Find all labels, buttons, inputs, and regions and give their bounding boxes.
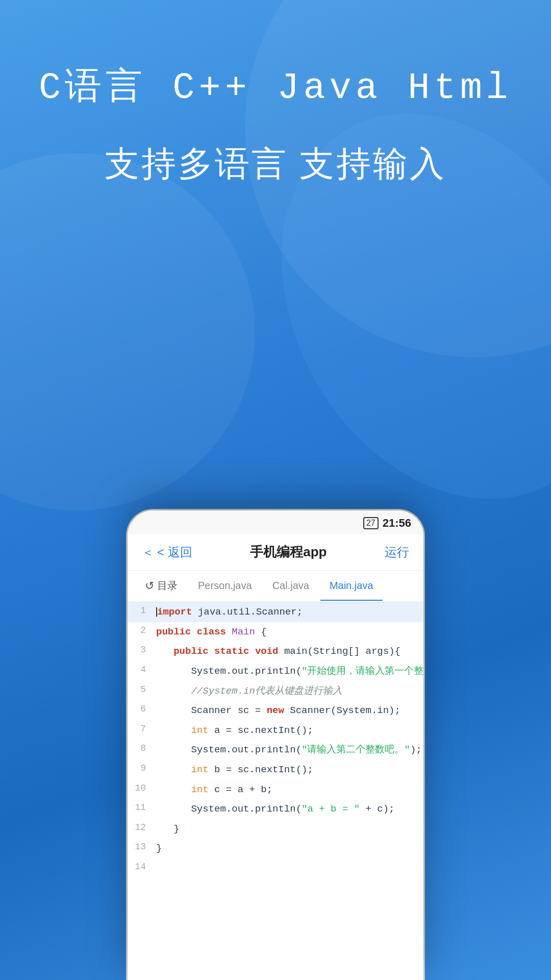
tab-directory-label: 目录 (157, 579, 178, 593)
code-line-2: 2 public class Main { (128, 622, 423, 642)
code-line-8: 8 System.out.println("请输入第二个整数吧。"); (128, 740, 423, 760)
phone-mockup: 27 21:56 ＜ < 返回 手机编程app 运行 ↺ 目录 Person.j… (128, 510, 423, 980)
code-line-6: 6 Scanner sc = new Scanner(System.in); (128, 701, 423, 721)
code-line-12: 12 } (128, 819, 423, 839)
page-title: 手机编程app (250, 543, 327, 561)
code-line-13: 13 } (128, 839, 423, 859)
subtitle: 支持多语言 支持输入 (0, 141, 551, 187)
refresh-icon: ↺ (145, 579, 154, 593)
status-time: 21:56 (383, 517, 411, 530)
back-label: < 返回 (157, 544, 192, 560)
code-line-4: 4 System.out.println("开始使用，请输入第一个整数吧。"); (128, 662, 423, 681)
battery-indicator: 27 (363, 517, 379, 529)
run-button[interactable]: 运行 (385, 544, 409, 560)
status-bar: 27 21:56 (128, 510, 423, 534)
back-icon: ＜ (142, 544, 154, 560)
code-line-10: 10 int c = a + b; (128, 780, 423, 800)
code-line-5: 5 //System.in代表从键盘进行输入 (128, 681, 423, 701)
code-line-9: 9 int b = sc.nextInt(); (128, 760, 423, 780)
code-empty-space (128, 878, 423, 980)
code-editor[interactable]: 1 import java.util.Scanner; 2 public cla… (128, 602, 423, 980)
tab-main-java[interactable]: Main.java (320, 572, 383, 601)
code-line-3: 3 public static void main(String[] args)… (128, 642, 423, 662)
nav-bar: ＜ < 返回 手机编程app 运行 (128, 534, 423, 571)
code-line-1: 1 import java.util.Scanner; (128, 602, 423, 622)
tab-person-java[interactable]: Person.java (189, 572, 261, 601)
lang-title: C语言 C++ Java Html (0, 61, 551, 110)
tabs-bar: ↺ 目录 Person.java Cal.java Main.java (128, 571, 423, 602)
code-line-14: 14 (128, 859, 423, 878)
back-button[interactable]: ＜ < 返回 (142, 544, 192, 560)
tab-directory[interactable]: ↺ 目录 (136, 571, 187, 602)
tab-cal-java[interactable]: Cal.java (263, 572, 318, 601)
phone-mockup-container: 27 21:56 ＜ < 返回 手机编程app 运行 ↺ 目录 Person.j… (128, 510, 423, 980)
code-line-7: 7 int a = sc.nextInt(); (128, 721, 423, 741)
code-line-11: 11 System.out.println("a + b = " + c); (128, 799, 423, 819)
header-section: C语言 C++ Java Html 支持多语言 支持输入 (0, 0, 551, 187)
